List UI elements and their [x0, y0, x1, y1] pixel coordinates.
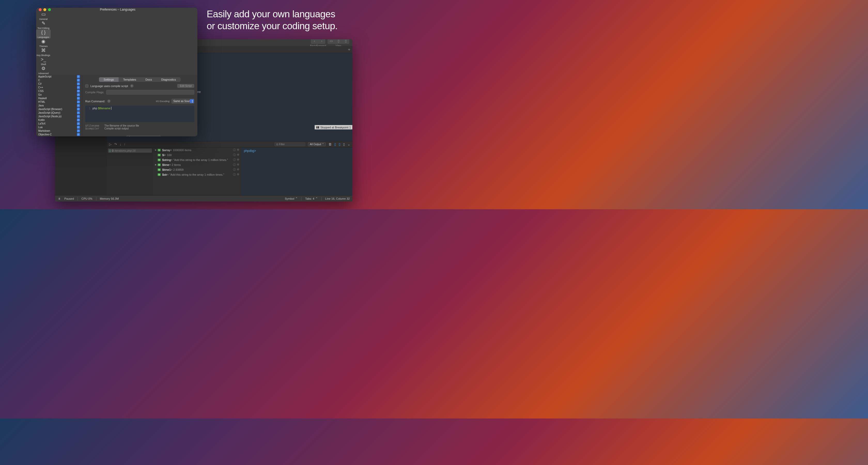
- check-icon: ✓: [77, 122, 80, 125]
- debug-step-in-button[interactable]: ↓: [120, 142, 121, 146]
- language-item[interactable]: C✓: [36, 78, 82, 82]
- detail-tab-docs[interactable]: Docs: [141, 77, 157, 82]
- layout-button-1[interactable]: ▯: [334, 142, 336, 146]
- view-mode-3[interactable]: ▯: [342, 39, 349, 44]
- compile-flags-input[interactable]: [106, 90, 194, 95]
- pref-tab-text-editing[interactable]: ✎Text Editing: [36, 21, 51, 29]
- symbol-selector[interactable]: Symbol ⌃: [285, 197, 298, 200]
- language-item[interactable]: AppleScript✓: [36, 75, 82, 78]
- pause-icon[interactable]: ⏸: [58, 197, 61, 200]
- edit-script-button[interactable]: Edit Script: [177, 84, 194, 88]
- call-stack: {} 0 iterations.php:16: [107, 148, 153, 195]
- remove-icon[interactable]: ⊖: [237, 158, 239, 162]
- view-mode-2[interactable]: ▯: [335, 39, 342, 44]
- pref-tab-languages[interactable]: { }Languages: [36, 29, 51, 38]
- info-icon[interactable]: ⓘ: [233, 148, 236, 152]
- remove-icon[interactable]: ⊖: [237, 148, 239, 152]
- frame-index: 0: [112, 149, 114, 152]
- language-item[interactable]: Objective-C✓: [36, 132, 82, 136]
- variable-row[interactable]: V$str = "Add this string to the array 1 …: [153, 172, 241, 177]
- io-encoding-label: I/O Encoding:: [156, 100, 170, 102]
- language-item[interactable]: Markdown✓: [36, 129, 82, 132]
- info-icon[interactable]: ⓘ: [233, 158, 236, 162]
- add-tab-button[interactable]: +: [348, 47, 350, 52]
- variables-panel[interactable]: ▶V$array = 1000000 itemsⓘ⊖V$i = 100ⓘ⊖V$s…: [153, 148, 241, 195]
- pref-tab-themes[interactable]: ◉Themes: [36, 38, 51, 48]
- language-item[interactable]: Objective-C++✓: [36, 136, 82, 136]
- pref-tab-key-bindings[interactable]: ⌘Key Bindings: [36, 48, 51, 57]
- check-icon: ✓: [77, 115, 80, 118]
- remove-icon[interactable]: ⊖: [237, 153, 239, 157]
- debug-step-out-button[interactable]: ↑: [124, 142, 126, 146]
- variable-row[interactable]: ▶V$time = 2 itemsⓘ⊖: [153, 162, 241, 167]
- help-icon[interactable]: ?: [107, 99, 111, 103]
- help-icon[interactable]: ?: [130, 84, 133, 88]
- check-icon: ✓: [77, 86, 80, 89]
- languages-scroll[interactable]: AppleScript✓C✓C#✓C++✓CSS✓Go✓Haskell✓HTML…: [36, 75, 82, 136]
- variable-row[interactable]: V$i = 100ⓘ⊖: [153, 152, 241, 157]
- layout-button-3[interactable]: ▯: [343, 142, 345, 146]
- key-bindings-icon: ⌘: [40, 48, 46, 53]
- remove-icon[interactable]: ⊖: [237, 168, 239, 172]
- layout-button-2[interactable]: ▯: [339, 142, 340, 146]
- debug-filter-input[interactable]: ⊙ Filter: [274, 142, 305, 146]
- check-icon: ✓: [77, 83, 80, 85]
- check-icon: ✓: [77, 133, 80, 136]
- debug-continue-button[interactable]: ▷: [109, 142, 112, 146]
- language-item[interactable]: Java✓: [36, 103, 82, 107]
- language-item[interactable]: C++✓: [36, 86, 82, 89]
- check-icon: ✓: [77, 104, 80, 107]
- detail-tab-settings[interactable]: Settings: [99, 77, 119, 82]
- debug-more-button[interactable]: ⌄: [347, 142, 350, 146]
- detail-tab-diagnostics[interactable]: Diagnostics: [157, 77, 181, 82]
- language-item[interactable]: JavaScript (Browser)✓: [36, 107, 82, 111]
- info-icon[interactable]: ⓘ: [233, 173, 236, 177]
- language-detail: SettingsTemplatesDocsDiagnostics Languag…: [82, 75, 197, 136]
- variable-row[interactable]: ▶V$array = 1000000 itemsⓘ⊖: [153, 148, 241, 152]
- language-item[interactable]: LaTeX✓: [36, 122, 82, 125]
- output-selector[interactable]: All Output ⌃: [308, 142, 326, 146]
- marketing-line-1: Easily add your own languages: [207, 8, 338, 20]
- language-item[interactable]: Go✓: [36, 93, 82, 96]
- language-item[interactable]: HTML✓: [36, 100, 82, 103]
- run-command-label: Run Command:: [85, 100, 105, 103]
- languages-list: AppleScript✓C✓C#✓C++✓CSS✓Go✓Haskell✓HTML…: [36, 75, 82, 136]
- compile-script-checkbox[interactable]: [85, 85, 88, 88]
- marketing-headline: Easily add your own languages or customi…: [207, 8, 338, 32]
- pref-tab-shell[interactable]: >_Shell: [36, 57, 51, 66]
- clear-console-button[interactable]: 🗑: [328, 142, 332, 146]
- check-icon: ✓: [77, 100, 80, 103]
- debug-step-over-button[interactable]: ↷: [114, 142, 117, 146]
- variable-row[interactable]: V$time1 = 2.93859ⓘ⊖: [153, 167, 241, 172]
- frame-location: iterations.php:16: [115, 149, 135, 152]
- debug-console[interactable]: phpdbg>: [241, 148, 352, 195]
- language-item[interactable]: CSS✓: [36, 89, 82, 93]
- pref-tab-advanced[interactable]: ⚙Advanced: [36, 66, 51, 75]
- remove-icon[interactable]: ⊖: [237, 163, 239, 167]
- file-ext-input[interactable]: php: [126, 135, 161, 136]
- language-item[interactable]: JavaScript (Node.js)✓: [36, 115, 82, 118]
- language-item[interactable]: JavaScript (jQuery)✓: [36, 111, 82, 115]
- run-command-editor[interactable]: 1php $filename: [85, 106, 194, 122]
- nav-forward-button[interactable]: ›: [318, 39, 325, 44]
- detail-tab-templates[interactable]: Templates: [119, 77, 141, 82]
- language-item[interactable]: C#✓: [36, 82, 82, 86]
- nav-back-forward: ‹ ›: [311, 39, 325, 44]
- tabs-indicator[interactable]: Tabs: 4 ⌃: [305, 197, 317, 200]
- language-item[interactable]: Kotlin✓: [36, 118, 82, 122]
- language-item[interactable]: Lua✓: [36, 125, 82, 129]
- io-encoding-select[interactable]: Same as Source▴▾: [172, 99, 194, 103]
- info-icon[interactable]: ⓘ: [233, 168, 236, 172]
- nav-back-button[interactable]: ‹: [311, 39, 318, 44]
- remove-icon[interactable]: ⊖: [237, 173, 239, 177]
- variable-row[interactable]: V$string = "Add this string to the array…: [153, 157, 241, 162]
- view-mode-1[interactable]: ▭: [328, 39, 335, 44]
- info-icon[interactable]: ⓘ: [233, 153, 236, 157]
- language-item[interactable]: Haskell✓: [36, 96, 82, 100]
- stack-frame[interactable]: {} 0 iterations.php:16: [108, 149, 152, 153]
- check-icon: ✓: [77, 111, 80, 114]
- pref-tab-general[interactable]: ▭General: [36, 11, 51, 21]
- info-icon[interactable]: ⓘ: [233, 163, 236, 167]
- preferences-titlebar[interactable]: Preferences – Languages: [36, 8, 197, 11]
- languages-icon: { }: [40, 29, 46, 35]
